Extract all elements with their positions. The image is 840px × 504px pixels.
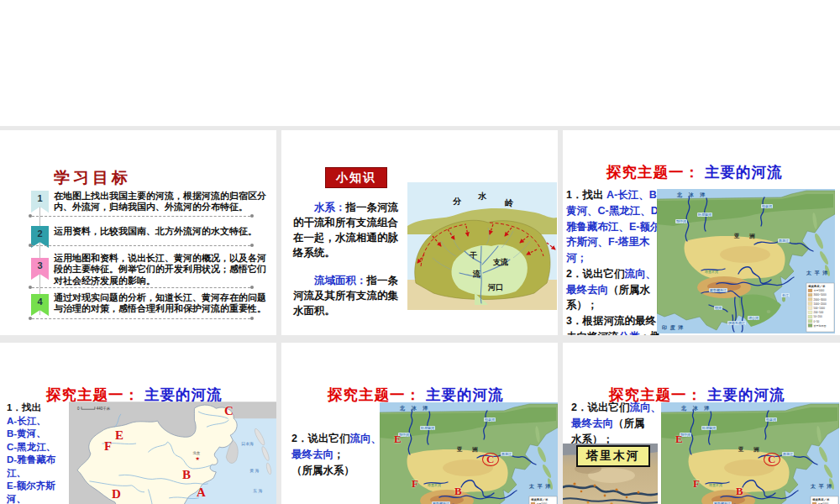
definition-text: 指一条河流的干流和所有支流组合在一起，水流相通的脉络系统。 bbox=[293, 202, 398, 259]
topographic-map: E C F B bbox=[661, 402, 839, 504]
label-trunk-2: 流 bbox=[472, 270, 480, 278]
slide-title: 学习目标 bbox=[54, 167, 131, 189]
list-lead: 1．找出 bbox=[7, 402, 72, 415]
map-letter-c: C bbox=[486, 454, 494, 465]
q-highlight-flow: 流向、 bbox=[629, 402, 661, 413]
topographic-map bbox=[657, 189, 835, 333]
label-yellow-sea: 黄 海 bbox=[249, 468, 259, 474]
blank-china-map: 0 440千米 北京 ★ 日本海 黄 海 东 海 C E F B A D bbox=[69, 402, 276, 504]
dashed-separator bbox=[32, 287, 250, 288]
slide-learning-objectives[interactable]: 学习目标 1 在地图上找出我国主要的河流，根据河流的归宿区分内、外流河，归纳我国… bbox=[0, 130, 276, 335]
row-divider bbox=[0, 335, 840, 343]
map-letter-b: B bbox=[454, 486, 462, 496]
label-ridge-3: 岭 bbox=[505, 198, 514, 207]
title-red-part: 探究主题一： bbox=[46, 386, 139, 403]
topographic-map: E C F B bbox=[380, 402, 558, 504]
q-highlight-destination: 最终去向 bbox=[291, 449, 333, 460]
question-text: 2．说出它们流向、 最终去向； （所属水系） bbox=[291, 431, 391, 478]
slide-explore-rivers-1[interactable]: 探究主题一：主要的河流 1．找出 A-长江、B-黄河、C-黑龙江、D-雅鲁藏布江… bbox=[563, 130, 840, 335]
slide-blank-map[interactable]: 探究主题一：主要的河流 1．找出 A-长江、 B-黄河、 C-黑龙江、 D-雅鲁… bbox=[0, 343, 276, 504]
title-red-part: 探究主题一： bbox=[328, 386, 421, 403]
map-letter-f: F bbox=[104, 440, 112, 453]
title-blue-part: 主要的河流 bbox=[426, 386, 504, 403]
q1-label: 1．找出 bbox=[566, 189, 606, 201]
title-blue-part: 主要的河流 bbox=[707, 386, 785, 403]
map-letter-c: C bbox=[768, 454, 775, 465]
objective-text: 通过对现实问题的分析，知道长江、黄河存在的问题与治理的对策，感悟合理利用和保护河… bbox=[54, 292, 274, 315]
tarim-river-photo: 塔里木河 bbox=[563, 444, 658, 504]
title-blue-part: 主要的河流 bbox=[144, 386, 223, 403]
question-list: 1．找出 A-长江、B-黄河、C-黑龙江、D-雅鲁藏布江、E-额尔齐斯河、F-塔… bbox=[566, 187, 662, 335]
map-letter-f: F bbox=[693, 478, 700, 489]
objective-text: 运用地图和资料，说出长江、黄河的概况，以及各河段的主要特征。例举它们的开发利用状… bbox=[54, 253, 274, 286]
label-east-china-sea: 东 海 bbox=[253, 488, 262, 494]
q-prefix: 2．说出它们 bbox=[291, 433, 349, 444]
river-item-a: A-长江、 bbox=[7, 415, 72, 428]
topo-map-svg bbox=[380, 402, 558, 504]
question-text: 2．说出它们流向、 最终去向（所属 水系）； bbox=[571, 400, 672, 447]
label-sea-of-japan: 日本海 bbox=[241, 441, 254, 447]
map-letter-e: E bbox=[115, 429, 123, 442]
river-item-d: D-雅鲁藏布江、 bbox=[7, 454, 72, 480]
title-red-part: 探究主题一： bbox=[606, 164, 700, 181]
slide-knowledge[interactable]: 小知识 水系：指一条河流的干流和所有支流组合在一起，水流相通的脉络系统。 流域面… bbox=[281, 130, 558, 335]
q-suffix-1: （所属 bbox=[613, 417, 645, 429]
beijing-star-icon: ★ bbox=[195, 456, 199, 461]
label-river-mouth: 河口 bbox=[487, 283, 503, 291]
map-letter-e: E bbox=[675, 433, 683, 444]
q3-highlight-classify: 分类 bbox=[619, 331, 640, 335]
tarim-river-label: 塔里木河 bbox=[576, 445, 650, 467]
river-letter-list: 1．找出 A-长江、 B-黄河、 C-黑龙江、 D-雅鲁藏布江、 E-额尔齐斯河… bbox=[7, 402, 72, 504]
river-item-e: E-额尔齐斯河、 bbox=[7, 480, 72, 504]
river-item-b: B-黄河、 bbox=[7, 428, 72, 441]
q-semicolon: ； bbox=[333, 449, 344, 460]
label-trunk-1: 干 bbox=[469, 251, 477, 260]
map-letter-b: B bbox=[736, 486, 743, 496]
term-basin-area: 流域面积： bbox=[314, 275, 367, 286]
q-highlight-flow: 流向、 bbox=[349, 433, 381, 444]
slide-sorter-canvas: 北 冰 洋 太 平 洋 印 度 洋 亚 洲 鄂毕河 叶尼塞河 勒拿河 黑龙江 塔… bbox=[0, 0, 840, 504]
topo-map-svg bbox=[657, 189, 835, 333]
q-prefix: 2．说出它们 bbox=[571, 402, 629, 413]
objective-text: 运用资料，比较我国南、北方外流河的水文特征。 bbox=[54, 226, 274, 237]
river-item-c: C-黑龙江、 bbox=[7, 441, 72, 454]
watershed-diagram: 分 水 岭 干 流 支流 河口 bbox=[407, 182, 557, 310]
topo-map-svg bbox=[661, 402, 839, 504]
title-blue-part: 主要的河流 bbox=[705, 164, 783, 181]
dashed-separator bbox=[32, 216, 250, 217]
definitions-block: 水系：指一条河流的干流和所有支流组合在一起，水流相通的脉络系统。 流域面积：指一… bbox=[293, 200, 402, 330]
dashed-separator bbox=[32, 318, 250, 319]
term-water-system: 水系： bbox=[314, 202, 346, 213]
q-highlight-destination: 最终去向 bbox=[571, 417, 613, 429]
slide-flow-direction[interactable]: 探究主题一：主要的河流 2．说出它们流向、 最终去向； （所属水系） E C F… bbox=[281, 343, 558, 504]
label-ridge-1: 分 bbox=[452, 197, 462, 206]
label-ridge-2: 水 bbox=[477, 192, 487, 201]
objective-text: 在地图上找出我国主要的河流，根据河流的归宿区分内、外流河，归纳我国内、外流河的分… bbox=[54, 191, 274, 213]
china-map-svg: 0 440千米 北京 ★ 日本海 黄 海 东 海 bbox=[69, 402, 276, 504]
definition-water-system: 水系：指一条河流的干流和所有支流组合在一起，水流相通的脉络系统。 bbox=[293, 200, 402, 261]
dashed-separator bbox=[32, 245, 250, 246]
slide-tarim-river[interactable]: 探究主题一：主要的河流 2．说出它们流向、 最终去向（所属 水系）； bbox=[563, 343, 840, 504]
scale-distance: 440千米 bbox=[97, 407, 111, 411]
definition-basin-area: 流域面积：指一条河流及其所有支流的集水面积。 bbox=[293, 273, 402, 318]
map-letter-c: C bbox=[224, 405, 234, 417]
map-letter-f: F bbox=[412, 478, 418, 489]
slide-title: 探究主题一：主要的河流 bbox=[606, 162, 783, 182]
knowledge-badge: 小知识 bbox=[325, 167, 387, 188]
label-tributary: 支流 bbox=[492, 258, 508, 266]
map-letter-e: E bbox=[394, 433, 402, 444]
q2-text: 2．说出它们 bbox=[566, 268, 624, 280]
map-letter-b: B bbox=[182, 469, 191, 481]
q-suffix: （所属水系） bbox=[291, 465, 354, 476]
label-beijing: 北京 bbox=[192, 451, 200, 455]
map-letter-d: D bbox=[112, 488, 121, 501]
map-letter-a: A bbox=[197, 486, 206, 499]
